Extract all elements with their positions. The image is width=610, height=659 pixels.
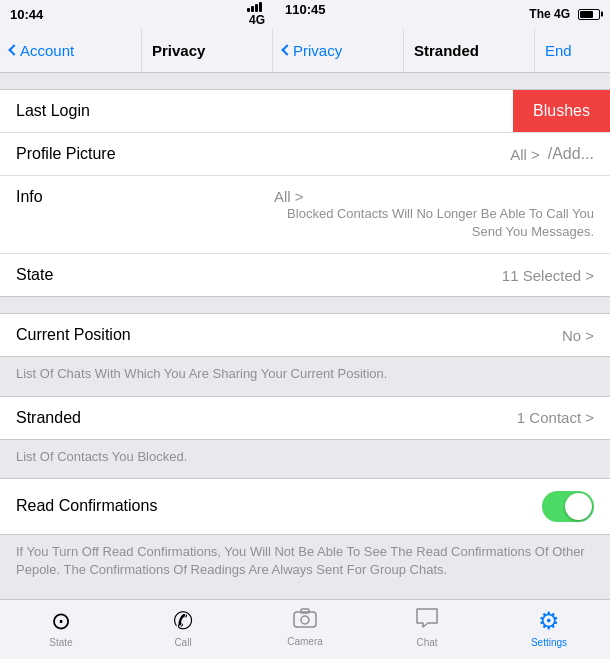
info-row[interactable]: Info All > Blocked Contacts Will No Long… xyxy=(0,176,610,254)
end-button[interactable]: End xyxy=(545,42,572,59)
time-center: 110:45 xyxy=(285,2,325,27)
current-position-value: No > xyxy=(562,327,594,344)
tab-settings[interactable]: ⚙ Settings xyxy=(488,607,610,648)
signal-indicator-1: 4G xyxy=(247,2,265,27)
tab-camera-label: Camera xyxy=(287,636,323,647)
read-confirmations-label: Read Confirmations xyxy=(16,497,157,515)
nav-part-privacy1[interactable]: Privacy xyxy=(142,28,273,72)
info-description: Blocked Contacts Will No Longer Be Able … xyxy=(274,205,594,241)
tab-settings-label: Settings xyxy=(531,637,567,648)
svg-point-1 xyxy=(301,616,309,624)
stranded-label: Stranded xyxy=(16,409,81,427)
battery-fill xyxy=(580,11,593,18)
last-login-label: Last Login xyxy=(16,102,90,120)
network-label-1: 4G xyxy=(249,13,265,27)
stranded-value: 1 Contact > xyxy=(517,409,594,426)
tab-chat-label: Chat xyxy=(416,637,437,648)
stranded-section: Stranded 1 Contact > xyxy=(0,396,610,440)
tab-bar: ⊙ State ✆ Call Camera Chat ⚙ Settings xyxy=(0,599,610,659)
network-label-2: The 4G xyxy=(529,7,570,21)
privacy-section: Last Login All > Blushes Profile Picture… xyxy=(0,89,610,297)
read-confirmations-toggle[interactable] xyxy=(542,491,594,522)
camera-icon xyxy=(293,608,317,634)
nav-part-end[interactable]: End xyxy=(535,28,610,72)
stranded-desc: List Of Contacts You Blocked. xyxy=(0,440,610,478)
call-icon: ✆ xyxy=(173,607,193,635)
nav-part-account[interactable]: Account xyxy=(0,28,142,72)
read-confirmations-desc: If You Turn Off Read Confirmations, You … xyxy=(0,535,610,591)
current-position-label: Current Position xyxy=(16,326,131,344)
tab-state[interactable]: ⊙ State xyxy=(0,607,122,648)
info-label: Info xyxy=(16,188,43,206)
status-center: 4G 110:45 xyxy=(247,2,326,27)
content-area: Last Login All > Blushes Profile Picture… xyxy=(0,73,610,600)
back-chevron-1 xyxy=(8,44,19,55)
tab-call[interactable]: ✆ Call xyxy=(122,607,244,648)
svg-rect-2 xyxy=(301,609,309,613)
read-confirmations-row[interactable]: Read Confirmations xyxy=(0,479,610,534)
toggle-thumb xyxy=(565,493,592,520)
current-position-row[interactable]: Current Position No > xyxy=(0,314,610,356)
add-input: /Add... xyxy=(548,145,594,163)
tab-chat[interactable]: Chat xyxy=(366,607,488,648)
state-value: 11 Selected > xyxy=(502,267,594,284)
status-bar: 10:44 4G 110:45 The 4G xyxy=(0,0,610,28)
current-position-section: Current Position No > xyxy=(0,313,610,357)
status-right: The 4G xyxy=(529,7,600,21)
state-icon: ⊙ xyxy=(51,607,71,635)
profile-picture-row[interactable]: Profile Picture All > /Add... xyxy=(0,133,610,176)
time-left: 10:44 xyxy=(10,7,43,22)
state-label: State xyxy=(16,266,53,284)
privacy1-title: Privacy xyxy=(152,42,205,59)
tab-camera[interactable]: Camera xyxy=(244,608,366,647)
battery-icon xyxy=(578,9,600,20)
stranded-title: Stranded xyxy=(414,42,479,59)
back-chevron-2 xyxy=(281,44,292,55)
profile-picture-label: Profile Picture xyxy=(16,145,116,163)
read-confirmations-section: Read Confirmations xyxy=(0,478,610,535)
chat-icon xyxy=(415,607,439,635)
last-login-row[interactable]: Last Login All > Blushes xyxy=(0,90,610,133)
blushes-button[interactable]: Blushes xyxy=(513,90,610,132)
current-position-desc: List Of Chats With Which You Are Sharing… xyxy=(0,357,610,395)
nav-part-privacy2[interactable]: Privacy xyxy=(273,28,404,72)
settings-icon: ⚙ xyxy=(538,607,560,635)
tab-call-label: Call xyxy=(174,637,191,648)
state-row[interactable]: State 11 Selected > xyxy=(0,254,610,296)
profile-picture-value: All > xyxy=(510,146,540,163)
stranded-row[interactable]: Stranded 1 Contact > xyxy=(0,397,610,439)
nav-part-stranded[interactable]: Stranded xyxy=(404,28,535,72)
privacy2-back-button[interactable]: Privacy xyxy=(293,42,342,59)
info-value: All > xyxy=(274,188,594,205)
account-back-button[interactable]: Account xyxy=(20,42,74,59)
tab-state-label: State xyxy=(49,637,72,648)
signal-bars-1 xyxy=(247,2,265,12)
status-left: 10:44 xyxy=(10,7,43,22)
nav-bar: Account Privacy Privacy Stranded End xyxy=(0,28,610,73)
